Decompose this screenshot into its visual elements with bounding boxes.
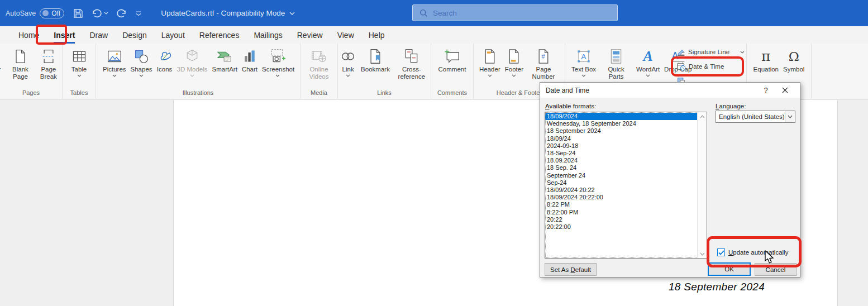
format-option[interactable]: 18.09.2024 [545,157,697,164]
format-option[interactable]: 18/09/2024 [545,113,697,120]
document-date-text[interactable]: 18 September 2024 [669,281,765,293]
scroll-up-icon[interactable] [698,112,707,121]
titlebar: AutoSave Off UpdateCards.rtf - Compatibi [0,0,868,26]
format-option[interactable]: 18 Sep. 24 [545,164,697,171]
format-option[interactable]: 8:22 PM [545,201,697,208]
tab-mailings[interactable]: Mailings [246,28,289,44]
icons-button[interactable]: Icons [155,47,174,93]
autosave-state: Off [51,9,60,17]
bookmark-button[interactable]: Bookmark [359,47,392,93]
title-chevron-icon [289,12,295,15]
group-label-comments: Comments [431,89,473,96]
format-option[interactable]: Wednesday, 18 September 2024 [545,120,697,127]
scroll-down-icon[interactable] [698,250,707,258]
format-option[interactable]: September 24 [545,172,697,179]
group-comments: Comment Comments [431,44,474,99]
annotation-box-date-time-button [671,56,744,76]
group-tables: Table Tables [63,44,96,99]
group-media: Online Videos Media [301,44,338,99]
group-label-pages: Pages [0,89,62,96]
shapes-icon [133,47,149,66]
format-option[interactable]: 18-Sep-24 [545,150,697,157]
format-option[interactable]: 8:22:00 PM [545,209,697,216]
tab-draw[interactable]: Draw [82,28,115,44]
comment-icon [443,47,460,66]
3d-models-button[interactable]: 3D Models [175,47,209,93]
signature-line-button[interactable]: Signature Line [677,46,746,58]
text-box-icon: A [575,47,592,66]
word-window: AutoSave Off UpdateCards.rtf - Compatibi [0,0,868,306]
format-option[interactable]: 18/09/2024 20:22:00 [545,194,697,201]
group-links: Link Bookmark Cross-reference Links [338,44,431,99]
tab-help[interactable]: Help [361,28,392,44]
chart-button[interactable]: Chart [240,47,259,93]
undo-icon[interactable] [91,8,108,18]
smartart-button[interactable]: SmartArt [211,47,239,93]
document-title[interactable]: UpdateCards.rtf - Compatibility Mode [161,9,295,17]
pictures-button[interactable]: Pictures [101,47,128,93]
group-label-links: Links [338,89,431,96]
set-as-default-button[interactable]: Set As Default [545,263,597,276]
group-illustrations: Pictures Shapes Icons 3D Models [96,44,301,99]
shapes-button[interactable]: Shapes [129,47,154,93]
dialog-titlebar[interactable]: Date and Time ? [540,83,800,98]
format-option[interactable]: 2024-09-18 [545,142,697,150]
tab-review[interactable]: Review [290,28,330,44]
svg-text:#: # [542,53,546,60]
symbol-omega-icon: Ω [789,47,799,66]
tab-design[interactable]: Design [115,28,154,44]
group-label-tables: Tables [63,89,96,96]
page-break-icon [41,47,56,66]
tab-layout[interactable]: Layout [154,28,192,44]
format-option[interactable]: Sep-24 [545,179,697,187]
page-break-button[interactable]: Page Break [35,47,62,93]
search-box[interactable] [412,4,618,21]
equation-pi-icon: π [761,47,770,66]
footer-icon [507,47,521,66]
language-label: Language: [716,103,746,109]
tab-references[interactable]: References [192,28,247,44]
autosave-toggle[interactable]: Off [40,8,64,18]
chevron-down-icon [139,74,144,77]
language-select[interactable]: English (United States) [716,111,795,123]
chevron-down-icon [346,74,350,77]
save-icon[interactable] [73,8,83,18]
autosave-label: AutoSave [6,9,36,17]
autosave-toggle-knob [42,10,49,16]
header-button[interactable]: Header [478,47,502,93]
language-dropdown-icon[interactable] [785,111,795,122]
cross-reference-button[interactable]: Cross-reference [393,47,431,93]
chevron-down-icon [488,74,492,77]
redo-icon[interactable] [116,8,127,18]
dialog-close-button[interactable] [775,84,794,97]
blank-page-button[interactable]: Blank Page [7,47,34,93]
search-input[interactable] [433,9,600,17]
format-option[interactable]: 18/09/24 [545,135,697,142]
listbox-scrollbar[interactable] [697,112,707,258]
dialog-title: Date and Time [546,87,756,94]
comment-button[interactable]: Comment [437,47,468,93]
chevron-down-icon [740,51,745,54]
format-option[interactable]: 18/09/2024 20:22 [545,187,697,194]
online-videos-button[interactable]: Online Videos [302,47,336,93]
quick-parts-icon [609,47,623,66]
table-button[interactable]: Table [70,47,89,93]
screenshot-button[interactable]: Screenshot [260,47,295,93]
format-option[interactable]: 20:22:00 [545,223,697,231]
language-value: English (United States) [716,113,785,120]
cover-page-button[interactable]: Cover Page [0,47,6,93]
annotation-box-update-automatically [707,236,802,267]
tab-view[interactable]: View [330,28,361,44]
chevron-down-icon [275,74,280,77]
dialog-help-button[interactable]: ? [756,84,775,97]
blank-page-icon [12,47,28,66]
format-option[interactable]: 18 September 2024 [545,127,697,135]
customize-qat-icon[interactable] [135,11,142,16]
link-button[interactable]: Link [338,47,358,93]
svg-text:A: A [581,52,586,61]
format-option[interactable]: 20:22 [545,216,697,223]
available-formats-listbox[interactable]: 18/09/2024Wednesday, 18 September 202418… [545,112,707,259]
footer-button[interactable]: Footer [503,47,525,93]
page-number-icon: # [536,47,551,66]
autosave-control[interactable]: AutoSave Off [6,8,64,18]
